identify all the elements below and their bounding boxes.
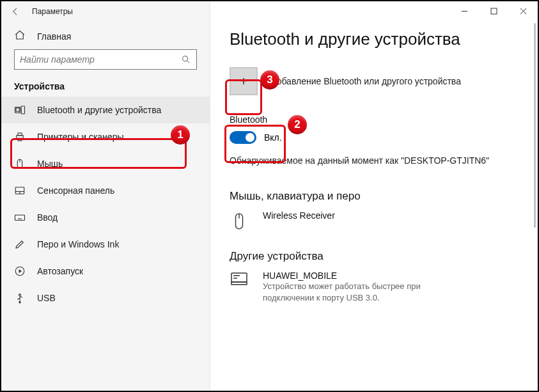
pen-icon <box>14 239 26 250</box>
search-input[interactable] <box>20 54 181 65</box>
autoplay-icon <box>14 265 26 277</box>
scrollbar-thumb[interactable] <box>534 23 536 228</box>
svg-rect-5 <box>18 133 22 136</box>
device-name: HUAWEI_MOBILE <box>263 270 455 281</box>
keyboard-icon <box>14 212 26 223</box>
home-label: Главная <box>37 31 71 42</box>
printer-icon <box>14 131 26 143</box>
nav-item-label: Мышь <box>37 159 63 169</box>
bluetooth-toggle[interactable] <box>230 131 256 144</box>
bluetooth-block: Bluetooth Вкл. <box>230 114 522 144</box>
toggle-knob <box>246 133 254 142</box>
nav-item-bluetooth[interactable]: Bluetooth и другие устройства <box>1 97 210 123</box>
svg-rect-14 <box>231 273 247 282</box>
nav-item-label: Принтеры и сканеры <box>37 132 123 142</box>
nav-item-label: USB <box>37 293 56 303</box>
device-row-other[interactable]: HUAWEI_MOBILE Устройство может работать … <box>230 270 522 303</box>
touchpad-icon <box>14 185 26 196</box>
nav-item-label: Автозапуск <box>37 266 83 276</box>
back-button[interactable] <box>10 6 20 17</box>
nav-item-touchpad[interactable]: Сенсорная панель <box>1 177 210 204</box>
nav-item-label: Перо и Windows Ink <box>37 239 119 249</box>
svg-rect-2 <box>21 106 24 114</box>
window-title: Параметры <box>32 7 201 16</box>
svg-rect-9 <box>15 215 25 220</box>
maximize-button[interactable] <box>479 1 508 20</box>
device-name: Wireless Receiver <box>263 210 335 221</box>
content: Bluetooth и другие устройства + Добавлен… <box>210 1 538 391</box>
usb-icon <box>14 292 26 304</box>
device-row-mouse[interactable]: Wireless Receiver <box>230 210 522 231</box>
devices-icon <box>14 104 26 116</box>
nav-item-autoplay[interactable]: Автозапуск <box>1 258 210 285</box>
bluetooth-state: Вкл. <box>264 132 282 143</box>
section-other-heading: Другие устройства <box>230 250 522 263</box>
close-button[interactable] <box>508 1 538 20</box>
nav-item-typing[interactable]: Ввод <box>1 204 210 231</box>
add-device-button[interactable]: + <box>230 67 258 95</box>
svg-point-0 <box>183 56 188 61</box>
window-controls <box>449 1 538 20</box>
nav-item-usb[interactable]: USB <box>1 285 210 311</box>
svg-rect-12 <box>491 8 497 14</box>
discoverable-text: Обнаруживаемое на данный момент как "DES… <box>230 155 522 166</box>
mouse-icon <box>14 158 26 169</box>
add-device-row[interactable]: + Добавление Bluetooth или другого устро… <box>230 67 522 95</box>
sidebar: Параметры Главная Устройства Bluetoot <box>1 1 210 391</box>
plus-icon: + <box>240 74 247 89</box>
minimize-button[interactable] <box>449 1 479 20</box>
mouse-device-icon <box>230 210 249 231</box>
home-nav[interactable]: Главная <box>1 22 210 49</box>
nav-item-printers[interactable]: Принтеры и сканеры <box>1 123 210 150</box>
sidebar-section-title: Устройства <box>1 81 210 97</box>
add-device-label: Добавление Bluetooth или другого устройс… <box>270 76 461 86</box>
scrollbar[interactable] <box>534 23 536 387</box>
nav-item-label: Сенсорная панель <box>37 185 114 196</box>
titlebar: Параметры <box>1 1 210 22</box>
nav-item-pen[interactable]: Перо и Windows Ink <box>1 231 210 258</box>
svg-rect-4 <box>17 136 24 139</box>
generic-device-icon <box>230 270 249 286</box>
nav-item-label: Bluetooth и другие устройства <box>37 105 161 115</box>
device-desc: Устройство может работать быстрее при по… <box>263 281 455 303</box>
section-mouse-heading: Мышь, клавиатура и перо <box>230 190 522 203</box>
nav-item-label: Ввод <box>37 212 58 223</box>
nav-item-mouse[interactable]: Мышь <box>1 150 210 177</box>
svg-rect-3 <box>16 108 19 111</box>
svg-point-11 <box>19 302 20 303</box>
search-box[interactable] <box>14 49 197 70</box>
search-icon <box>181 54 191 65</box>
nav-list: Bluetooth и другие устройства Принтеры и… <box>1 97 210 311</box>
bluetooth-title: Bluetooth <box>230 114 522 125</box>
page-heading: Bluetooth и другие устройства <box>230 29 522 49</box>
home-icon <box>14 29 26 43</box>
svg-rect-15 <box>231 282 247 285</box>
